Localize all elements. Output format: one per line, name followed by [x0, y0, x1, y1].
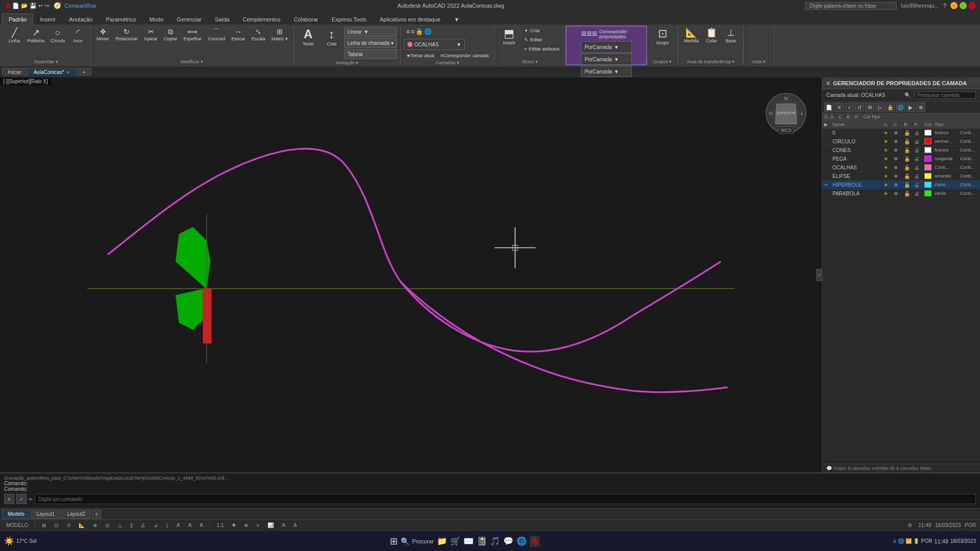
status-annotation-icon[interactable]: 📊 — [265, 522, 276, 528]
concord-button[interactable]: ⌒ Concord — [205, 27, 228, 43]
esticar-button[interactable]: ↔ Esticar — [229, 27, 248, 43]
layer-lock-icon[interactable]: 🔓 — [904, 139, 914, 144]
bottom-tab-modelo[interactable]: Modelo — [2, 510, 30, 519]
col-cor[interactable]: Cor — [924, 122, 935, 127]
layer-color-swatch[interactable] — [924, 182, 932, 188]
layer-print-icon[interactable]: 🖨 — [914, 147, 924, 153]
status-osnap-icon[interactable]: ⊕ — [91, 522, 99, 528]
aulaconica-tab-close-icon[interactable]: ✕ — [66, 70, 70, 75]
col-p[interactable]: P. — [914, 122, 924, 127]
tab-complementos[interactable]: Complementos — [236, 13, 287, 24]
tray-icons[interactable]: ∧ 🌐 📶 🔋 — [893, 538, 919, 544]
inserir-button[interactable]: ⬒ Inserir — [498, 27, 521, 47]
layer-current-button[interactable]: ✓ — [845, 103, 854, 112]
layer-row-lcirculo[interactable]: CIRCULO ☀ ❄ 🔓 🖨 vermel... Conti... Conti… — [822, 137, 980, 146]
spotify-taskbar-icon[interactable]: 🎵 — [490, 536, 500, 546]
layer-lock-icon[interactable]: 🔓 — [904, 147, 914, 153]
criar-button[interactable]: ✦ Criar — [522, 27, 562, 35]
wcs-label[interactable]: WCS — [778, 127, 794, 134]
layer-refresh-button[interactable]: ↺ — [855, 103, 864, 112]
help-icon[interactable]: ? — [943, 3, 946, 9]
chat-taskbar-icon[interactable]: 💬 — [503, 536, 513, 546]
layer-color-swatch[interactable] — [924, 138, 932, 144]
porcamada-3-dropdown[interactable]: PorCamada ▼ — [581, 66, 632, 77]
maximize-button[interactable]: □ — [960, 2, 967, 9]
windows-icon[interactable]: ⊞ — [390, 536, 398, 547]
camadas-icons[interactable]: ≡ ≡ 🔒 🌐 — [404, 27, 434, 37]
linha-button[interactable]: ╱ Linha — [5, 27, 23, 45]
status-polar-icon[interactable]: 📐 — [77, 522, 87, 528]
mover-button[interactable]: ✥ Mover — [94, 27, 112, 43]
explorer-taskbar-icon[interactable]: 📁 — [437, 536, 447, 546]
status-zoom-icon[interactable]: ✚ — [230, 522, 238, 528]
porcamada-1-dropdown[interactable]: PorCamada ▼ — [581, 41, 632, 53]
linha-chamada-dropdown[interactable]: Linha de chamada ▾ — [344, 38, 397, 48]
layer-row-localhas[interactable]: OCALHAS ☀ ❄ 🔓 🖨 Conti... Conti... Conti.… — [822, 163, 980, 172]
minimize-button[interactable]: − — [950, 2, 958, 9]
col-name[interactable]: Nome — [832, 122, 884, 127]
ocalhas-layer-dropdown[interactable]: OCALHAS ▼ — [404, 39, 465, 50]
layer-lock-icon[interactable]: 🔓 — [904, 165, 914, 170]
layer-on-icon[interactable]: ☀ — [884, 173, 894, 179]
search-taskbar-icon[interactable]: 🔍 — [401, 537, 409, 545]
layer-print-icon[interactable]: 🖨 — [914, 130, 924, 136]
corresponder-camada-button[interactable]: ≡ Corresponder camada — [438, 52, 492, 59]
layer-row-lelipse[interactable]: ELIPSE ☀ ❄ 🔓 🖨 amarelo Conti... Conti... — [822, 172, 980, 181]
status-dynin-icon[interactable]: ∥ — [128, 522, 135, 528]
layer-freeze-icon[interactable]: ❄ — [894, 147, 904, 153]
search-taskbar-label[interactable]: Procurar — [412, 538, 434, 544]
layer-lock-icon[interactable]: 🔓 — [904, 191, 914, 196]
chrome-taskbar-icon[interactable]: 🌐 — [517, 536, 527, 546]
autocad-taskbar-icon[interactable]: A — [530, 536, 540, 547]
grupo-button[interactable]: ⊡ Grupo — [651, 27, 674, 47]
layer-print-icon[interactable]: 🖨 — [914, 139, 924, 144]
modificar-label[interactable]: Modificar ▾ — [181, 58, 203, 64]
status-showmotion-icon[interactable]: ≡ — [254, 522, 261, 528]
vista-label[interactable]: Vista ▾ — [752, 58, 766, 64]
bottom-tab-layout1[interactable]: Layout1 — [31, 510, 61, 519]
layer-lock-icon[interactable]: 🔓 — [904, 156, 914, 162]
tab-colaborar[interactable]: Colaborar — [287, 13, 325, 24]
col-c[interactable]: C. — [894, 122, 904, 127]
anotacao-label[interactable]: Anotação ▾ — [335, 59, 359, 65]
camadas-label[interactable]: Camadas ▾ — [436, 59, 459, 65]
layer-color-swatch[interactable] — [924, 190, 932, 196]
close-button[interactable]: × — [969, 2, 976, 9]
layer-lock-button[interactable]: 🔒 — [886, 103, 895, 112]
layer-add-filter-button[interactable]: ⊕ — [916, 103, 925, 112]
layer-lock-icon[interactable]: 🔓 — [904, 130, 914, 136]
bottom-tab-add-button[interactable]: + — [92, 510, 101, 519]
qa-open-icon[interactable]: 📂 — [21, 3, 28, 9]
col-a[interactable]: A. — [884, 122, 894, 127]
tab-anotacao[interactable]: Anotação — [62, 13, 99, 24]
layer-on-icon[interactable]: ☀ — [884, 156, 894, 162]
copiar-button[interactable]: ⧉ Copiar — [161, 27, 180, 43]
layer-freeze-icon[interactable]: ❄ — [894, 182, 904, 188]
tab-gerenciar[interactable]: Gerenciar — [170, 13, 208, 24]
quick-access-bar[interactable]: A 📄 📂 💾 ↩ ↪ — [4, 1, 51, 10]
tab-add[interactable]: + — [77, 68, 91, 76]
porcamada-2-dropdown[interactable]: PorCamada ▼ — [581, 54, 632, 65]
grupos-label[interactable]: Grupos ▾ — [653, 58, 672, 64]
layer-print-icon[interactable]: 🖨 — [914, 165, 924, 170]
search-box[interactable]: Digite palavra-chave ou frase — [805, 2, 897, 10]
layer-freeze-icon[interactable]: ❄ — [894, 139, 904, 144]
command-confirm-button[interactable]: ✓ — [16, 494, 27, 504]
layer-on-icon[interactable]: ☀ — [884, 182, 894, 188]
status-lang[interactable]: POR — [965, 522, 976, 528]
layer-new-button[interactable]: 📄 — [824, 103, 834, 112]
status-modelo[interactable]: MODELO — [4, 522, 30, 528]
colar-button[interactable]: 📋 Colar — [702, 27, 721, 45]
layer-on-icon[interactable]: ☀ — [884, 147, 894, 153]
arco-button[interactable]: ◜ Arco — [69, 27, 87, 45]
layer-on-icon[interactable]: ☀ — [884, 165, 894, 170]
col-b[interactable]: B. — [904, 122, 914, 127]
status-ortho-icon[interactable]: ↺ — [64, 522, 72, 528]
status-3dosnap-icon[interactable]: △ — [116, 522, 124, 528]
tab-padrao[interactable]: Padrão — [2, 13, 33, 24]
qa-save-icon[interactable]: 💾 — [30, 3, 37, 9]
onenote-taskbar-icon[interactable]: 📓 — [477, 536, 487, 546]
tomar-atual-button[interactable]: ★ Tomar atual — [404, 52, 437, 59]
tab-aplicativos[interactable]: Aplicativos em destaque — [373, 13, 447, 24]
status-navwheel-icon[interactable]: ⊕ — [242, 522, 250, 528]
